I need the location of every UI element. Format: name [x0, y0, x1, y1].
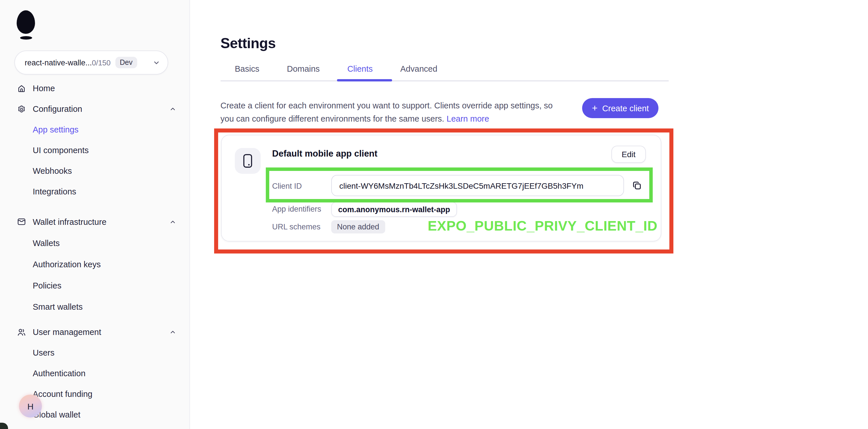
wallet-icon	[17, 218, 26, 226]
tab-clients[interactable]: Clients	[347, 64, 373, 73]
tab-advanced[interactable]: Advanced	[400, 64, 437, 73]
sidebar-item-home[interactable]: Home	[0, 78, 190, 99]
sidebar: react-native-walle... 0/150 Dev Home Con…	[0, 0, 190, 429]
copy-icon	[632, 180, 642, 190]
mobile-phone-icon	[242, 153, 254, 169]
client-id-input[interactable]	[331, 175, 624, 196]
active-tab-underline	[337, 79, 392, 81]
sidebar-item-wallets[interactable]: Wallets	[0, 232, 190, 254]
chevron-up-icon	[169, 105, 176, 112]
sidebar-item-integrations[interactable]: Integrations	[0, 181, 190, 202]
chevron-up-icon	[169, 218, 176, 225]
client-card: Default mobile app client Edit Client ID…	[221, 135, 661, 241]
user-avatar[interactable]: H	[19, 395, 42, 418]
privy-logo-base-icon	[20, 36, 32, 40]
url-schemes-empty-chip: None added	[331, 220, 385, 233]
clients-description: Create a client for each environment you…	[220, 99, 553, 125]
plus-icon: +	[592, 103, 598, 113]
tabs-divider	[220, 80, 669, 81]
sidebar-item-label: Home	[33, 84, 55, 93]
app-identifiers-label: App identifiers	[272, 205, 321, 213]
sidebar-item-authentication[interactable]: Authentication	[0, 363, 190, 384]
copy-button[interactable]	[630, 179, 643, 192]
mobile-device-tile	[235, 148, 260, 174]
sidebar-item-authorization-keys[interactable]: Authorization keys	[0, 254, 190, 275]
gear-icon	[17, 105, 26, 113]
home-icon	[17, 84, 26, 93]
workspace-name: react-native-walle...	[25, 58, 92, 67]
create-client-button[interactable]: + Create client	[582, 98, 659, 118]
avatar-initial: H	[27, 401, 34, 411]
sidebar-item-smart-wallets[interactable]: Smart wallets	[0, 296, 190, 317]
page-title: Settings	[220, 35, 276, 52]
tab-basics[interactable]: Basics	[235, 64, 259, 73]
workspace-usage: 0/150	[92, 58, 111, 67]
client-id-label: Client ID	[272, 182, 302, 190]
description-line-1: Create a client for each environment you…	[220, 99, 553, 112]
sidebar-section-wallet-infrastructure[interactable]: Wallet infrastructure	[0, 211, 190, 232]
sidebar-section-label: Configuration	[33, 104, 82, 113]
settings-tabs: Basics Domains Clients Advanced	[235, 64, 437, 73]
description-line-2: you can configure different environments…	[220, 112, 553, 125]
edit-button[interactable]: Edit	[611, 146, 646, 163]
learn-more-link[interactable]: Learn more	[446, 114, 489, 123]
env-badge: Dev	[115, 57, 137, 68]
chevron-down-icon	[153, 59, 160, 66]
sidebar-item-webhooks[interactable]: Webhooks	[0, 161, 190, 181]
sidebar-item-policies[interactable]: Policies	[0, 275, 190, 296]
app-identifier-chip: com.anonymous.rn-wallet-app	[331, 202, 457, 217]
sidebar-section-configuration[interactable]: Configuration	[0, 99, 190, 119]
tab-domains[interactable]: Domains	[287, 64, 319, 73]
chevron-up-icon	[169, 329, 176, 335]
workspace-selector[interactable]: react-native-walle... 0/150 Dev	[14, 51, 168, 74]
sidebar-nav: Home Configuration App settings UI compo…	[0, 78, 190, 425]
sidebar-item-ui-components[interactable]: UI components	[0, 140, 190, 161]
main-content: Settings Basics Domains Clients Advanced…	[190, 0, 868, 429]
users-icon	[17, 328, 26, 336]
client-card-title: Default mobile app client	[272, 148, 377, 159]
url-schemes-label: URL schemes	[272, 223, 321, 231]
app-window: react-native-walle... 0/150 Dev Home Con…	[0, 0, 868, 429]
privy-logo-icon	[17, 10, 35, 34]
sidebar-section-user-management[interactable]: User management	[0, 322, 190, 342]
sidebar-item-users[interactable]: Users	[0, 342, 190, 363]
sidebar-item-app-settings[interactable]: App settings	[0, 119, 190, 140]
